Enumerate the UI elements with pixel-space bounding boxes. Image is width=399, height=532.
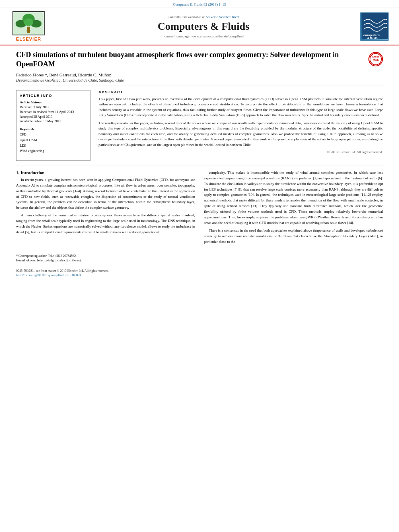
elsevier-wordmark: ELSEVIER: [16, 37, 41, 41]
accepted-date: Accepted 28 April 2013: [20, 115, 87, 119]
svg-text:& fluids: & fluids: [367, 37, 378, 39]
intro-col2-p1: complexity. This makes it incompatible w…: [204, 170, 383, 226]
copyright-line: © 2013 Elsevier Ltd. All rights reserved…: [99, 150, 383, 154]
article-info-title: ARTICLE INFO: [20, 94, 87, 98]
abstract-paragraph-1: This paper, first of a two-part work, pr…: [99, 97, 383, 118]
article-affiliation: Departamento de Geofísica, Universidad d…: [16, 78, 364, 82]
body-two-col: 1. Introduction In recent years, a growi…: [16, 170, 383, 247]
sciverse-line: Contents lists available at SciVerse Sci…: [168, 15, 240, 19]
elsevier-logo: ELSEVIER: [12, 11, 45, 41]
page: Computers & Fluids 82 (2013) 1–13: [0, 0, 399, 280]
svg-text:Mark: Mark: [373, 58, 379, 61]
than-word: than: [321, 187, 328, 191]
email-note: E-mail address: federico@dgf.uchile.cl (…: [16, 258, 383, 263]
journal-homepage: journal homepage: www.elsevier.com/locat…: [163, 34, 243, 38]
elsevier-logo-area: ELSEVIER: [6, 11, 51, 41]
history-label: Article history:: [20, 100, 87, 104]
keyword-cfd: CFD: [20, 132, 87, 138]
sciverse-link[interactable]: SciVerse ScienceDirect: [206, 15, 239, 19]
intro-col2-p2: There is a consensus in the need that bo…: [204, 228, 383, 245]
cf-logo-svg: computers & fluids: [362, 13, 388, 39]
cf-logo-box: computers & fluids: [360, 12, 389, 41]
svg-text:Cross: Cross: [372, 55, 379, 58]
crossmark-circle: Cross Mark: [368, 52, 383, 66]
article-main-title: CFD simulations of turbulent buoyant atm…: [16, 50, 364, 69]
article-info-column: ARTICLE INFO Article history: Received 3…: [16, 90, 90, 161]
header-center: Contents lists available at SciVerse Sci…: [56, 11, 352, 41]
intro-body-right: complexity. This makes it incompatible w…: [204, 170, 383, 245]
journal-title: Computers & Fluids: [158, 21, 249, 33]
keyword-openfoam: OpenFOAM: [20, 138, 87, 143]
abstract-paragraph-2: The results presented in this paper, inc…: [99, 121, 383, 148]
abstract-text: This paper, first of a two-part work, pr…: [99, 97, 383, 148]
elsevier-tree-svg: [13, 12, 44, 35]
section-divider: [16, 166, 383, 166]
keyword-les: LES: [20, 143, 87, 149]
doi-link[interactable]: http://dx.doi.org/10.1016/j.compfluid.20…: [16, 273, 81, 277]
keyword-wind-engineering: Wind engineering: [20, 148, 87, 154]
keywords-group: Keywords: CFD OpenFOAM LES Wind engineer…: [20, 127, 87, 154]
article-info-box: ARTICLE INFO Article history: Received 3…: [16, 90, 90, 161]
crossmark-badge: Cross Mark: [368, 52, 383, 66]
journal-header: ELSEVIER Contents lists available at Sci…: [0, 8, 399, 45]
article-history-group: Article history: Received 3 July 2012 Re…: [20, 100, 87, 124]
abstract-column: ABSTRACT This paper, first of a two-part…: [99, 90, 383, 161]
journal-top-bar: Computers & Fluids 82 (2013) 1–13: [0, 0, 399, 8]
intro-heading: 1. Introduction: [16, 170, 195, 175]
article-footer: 0045-7930/$ – see front matter © 2013 El…: [0, 266, 399, 280]
body-col-left: 1. Introduction In recent years, a growi…: [16, 170, 195, 247]
svg-point-5: [24, 18, 33, 26]
footer-doi: http://dx.doi.org/10.1016/j.compfluid.20…: [16, 273, 383, 277]
article-content: CFD simulations of turbulent buoyant atm…: [0, 45, 399, 252]
journal-citation: Computers & Fluids 82 (2013) 1–13: [173, 2, 226, 6]
revised-date: Received in revised form 11 April 2013: [20, 110, 87, 115]
article-authors: Federico Flores *, René Garreaud, Ricard…: [16, 72, 364, 77]
header-right: computers & fluids: [356, 11, 393, 41]
intro-p1: In recent years, a growing interest has …: [16, 177, 195, 211]
article-title-text: CFD simulations of turbulent buoyant atm…: [16, 50, 364, 82]
abstract-title: ABSTRACT: [99, 90, 383, 94]
intro-p2: A main challenge of the numerical simula…: [16, 213, 195, 235]
info-abstract-section: ARTICLE INFO Article history: Received 3…: [16, 90, 383, 161]
online-date: Available online 15 May 2013: [20, 119, 87, 124]
article-title-section: CFD simulations of turbulent buoyant atm…: [16, 50, 383, 86]
footer-issn: 0045-7930/$ – see front matter © 2013 El…: [16, 269, 383, 273]
keywords-label: Keywords:: [20, 127, 87, 131]
keywords-list: CFD OpenFOAM LES Wind engineering: [20, 132, 87, 154]
received-date: Received 3 July 2012: [20, 105, 87, 110]
crossmark-svg: Cross Mark: [369, 52, 382, 66]
elsevier-tree-graphic: [12, 11, 45, 35]
footnote-section: * Corresponding author. Tel.: +56 2 2978…: [0, 252, 399, 263]
intro-body-left: In recent years, a growing interest has …: [16, 177, 195, 235]
body-col-right: complexity. This makes it incompatible w…: [204, 170, 383, 247]
corresponding-author-note: * Corresponding author. Tel.: +56 2 2978…: [16, 254, 383, 258]
svg-point-6: [27, 27, 30, 30]
